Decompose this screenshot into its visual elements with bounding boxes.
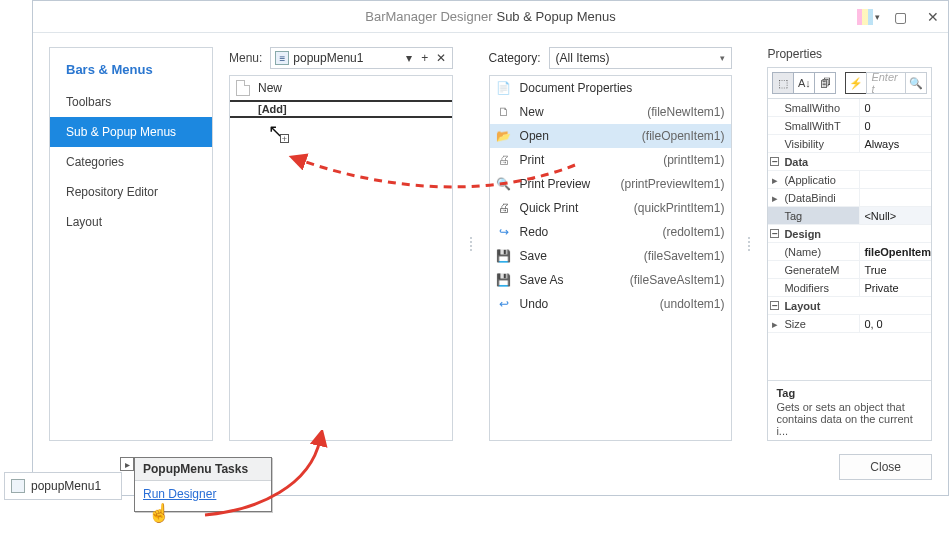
menu-add-button[interactable]: + (418, 51, 432, 65)
category-select[interactable]: (All Items) ▾ (549, 47, 732, 69)
smart-tag-glyph[interactable]: ▸ (120, 457, 134, 471)
alphabetical-button[interactable]: A↓ (793, 72, 815, 94)
property-description: Tag Gets or sets an object that contains… (768, 380, 931, 440)
events-button[interactable]: ⚡ (845, 72, 867, 94)
popupmenu-tray-icon (11, 479, 25, 493)
expand-icon[interactable]: ▸ (772, 171, 782, 188)
property-value[interactable]: <Null> (860, 207, 931, 224)
open-folder-icon: 📂 (496, 128, 512, 144)
splitter-grip[interactable] (469, 47, 473, 441)
menu-select[interactable]: ≡ popupMenu1 ▾ + ✕ (270, 47, 452, 69)
list-item[interactable]: ↩ Undo (undoItem1) (490, 292, 731, 316)
run-designer-link[interactable]: Run Designer (135, 481, 271, 511)
property-name: SmallWitho (784, 102, 840, 114)
property-value[interactable]: Private (860, 279, 931, 296)
component-tray-label: popupMenu1 (31, 479, 101, 493)
title-prefix: BarManager Designer (365, 9, 492, 24)
property-value[interactable]: fileOpenItem (860, 243, 931, 260)
properties-toolbar: ⬚ A↓ 🗐 ⚡ Enter t 🔍 (768, 68, 931, 99)
menu-canvas[interactable]: New [Add] ↖ + (229, 75, 453, 441)
sidebar-item-sub-popup[interactable]: Sub & Popup Menus (50, 117, 212, 147)
list-item[interactable]: 🖨 Print (printItem1) (490, 148, 731, 172)
property-row[interactable]: SmallWitho0 (768, 99, 931, 117)
title-main: Sub & Popup Menus (496, 9, 615, 24)
propertypages-button[interactable]: 🗐 (814, 72, 836, 94)
property-value[interactable]: 0, 0 (860, 315, 931, 332)
property-name: Visibility (784, 138, 824, 150)
category-toggle-icon[interactable]: − (770, 301, 779, 310)
undo-icon: ↩ (496, 296, 512, 312)
menu-row-label: New (258, 81, 282, 95)
close-dialog-button[interactable]: Close (839, 454, 932, 480)
sidebar-item-toolbars[interactable]: Toolbars (50, 87, 212, 117)
restore-button[interactable]: ▢ (884, 1, 916, 33)
smart-tag-title: PopupMenu Tasks (135, 458, 271, 481)
redo-icon: ↪ (496, 224, 512, 240)
property-row[interactable]: (Name)fileOpenItem (768, 243, 931, 261)
property-value[interactable]: 0 (860, 117, 931, 134)
list-item[interactable]: ↪ Redo (redoItem1) (490, 220, 731, 244)
category-column: Category: (All Items) ▾ 📄 Document Prope… (489, 47, 732, 441)
sidebar-item-categories[interactable]: Categories (50, 147, 212, 177)
list-item[interactable]: 💾 Save As (fileSaveAsItem1) (490, 268, 731, 292)
property-row[interactable]: ▸(DataBindi (768, 189, 931, 207)
menu-row-new[interactable]: New (230, 76, 452, 100)
property-row[interactable]: Tag<Null> (768, 207, 931, 225)
property-value[interactable]: 0 (860, 99, 931, 116)
theme-picker-icon[interactable]: ▾ (852, 1, 884, 33)
property-name: (DataBindi (784, 192, 835, 204)
property-row[interactable]: SmallWithT0 (768, 117, 931, 135)
splitter-grip[interactable] (748, 47, 752, 441)
property-category-row[interactable]: −Data (768, 153, 931, 171)
menu-remove-button[interactable]: ✕ (434, 51, 448, 65)
component-tray-item[interactable]: popupMenu1 (4, 472, 122, 500)
quick-print-icon: 🖨 (496, 200, 512, 216)
close-button[interactable]: ✕ (916, 1, 948, 33)
designer-window: BarManager Designer Sub & Popup Menus ▾ … (32, 0, 949, 496)
property-row[interactable]: ▸(Applicatio (768, 171, 931, 189)
list-item[interactable]: 💾 Save (fileSaveItem1) (490, 244, 731, 268)
menu-select-dropdown-icon[interactable]: ▾ (402, 51, 416, 65)
drag-plus-icon: + (280, 134, 289, 143)
page-icon (236, 80, 250, 96)
list-item[interactable]: 🔍 Print Preview (printPreviewItem1) (490, 172, 731, 196)
menu-add-row[interactable]: [Add] (230, 100, 452, 118)
save-icon: 💾 (496, 248, 512, 264)
property-name: Tag (784, 210, 802, 222)
properties-column: Properties ⬚ A↓ 🗐 ⚡ Enter t 🔍 SmallWitho… (767, 47, 932, 441)
search-clear-button[interactable]: 🔍 (905, 72, 927, 94)
smart-tag-popup: PopupMenu Tasks Run Designer (134, 457, 272, 512)
titlebar: BarManager Designer Sub & Popup Menus ▾ … (33, 1, 948, 33)
sidebar: Bars & Menus Toolbars Sub & Popup Menus … (49, 47, 213, 441)
sidebar-item-repository[interactable]: Repository Editor (50, 177, 212, 207)
property-row[interactable]: GenerateMTrue (768, 261, 931, 279)
category-toggle-icon[interactable]: − (770, 229, 779, 238)
list-item[interactable]: 🗋 New (fileNewItem1) (490, 100, 731, 124)
property-category-row[interactable]: −Design (768, 225, 931, 243)
property-row[interactable]: VisibilityAlways (768, 135, 931, 153)
property-value[interactable] (860, 171, 931, 188)
property-search-input[interactable]: Enter t (866, 72, 906, 94)
property-name: Modifiers (784, 282, 829, 294)
property-value[interactable] (860, 189, 931, 206)
print-preview-icon: 🔍 (496, 176, 512, 192)
property-category-row[interactable]: −Layout (768, 297, 931, 315)
list-item[interactable]: 📄 Document Properties (490, 76, 731, 100)
list-item[interactable]: 🖨 Quick Print (quickPrintItem1) (490, 196, 731, 220)
window-controls: ▾ ▢ ✕ (852, 1, 948, 32)
list-item[interactable]: 📂 Open (fileOpenItem1) (490, 124, 731, 148)
property-value[interactable]: True (860, 261, 931, 278)
sidebar-item-layout[interactable]: Layout (50, 207, 212, 237)
expand-icon[interactable]: ▸ (772, 189, 782, 206)
property-grid[interactable]: SmallWitho0SmallWithT0VisibilityAlways−D… (768, 99, 931, 380)
property-value[interactable]: Always (860, 135, 931, 152)
categorized-button[interactable]: ⬚ (772, 72, 794, 94)
property-category-label: Layout (784, 300, 820, 312)
category-toggle-icon[interactable]: − (770, 157, 779, 166)
expand-icon[interactable]: ▸ (772, 315, 782, 332)
property-category-label: Data (784, 156, 808, 168)
property-row[interactable]: ▸Size0, 0 (768, 315, 931, 333)
property-row[interactable]: ModifiersPrivate (768, 279, 931, 297)
sidebar-title: Bars & Menus (50, 58, 212, 87)
menu-column: Menu: ≡ popupMenu1 ▾ + ✕ New [Add] (229, 47, 453, 441)
